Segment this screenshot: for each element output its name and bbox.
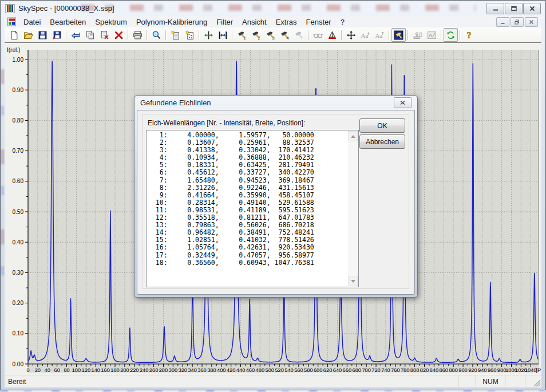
menu-item-fenster[interactable]: Fenster <box>302 17 336 27</box>
svg-text:360: 360 <box>197 367 207 373</box>
toolbar-separator <box>66 30 67 40</box>
open-folder-icon <box>23 30 33 40</box>
glass-reflection-left <box>1 69 5 310</box>
toolbar-separator <box>128 30 129 40</box>
toolbar-button-new-table[interactable] <box>168 28 183 42</box>
toolbar-button-move[interactable] <box>344 28 358 42</box>
calibration-row[interactable]: 6: 0.45612, 0.33727, 340.42270 <box>148 169 347 176</box>
new-table-icon <box>171 30 180 40</box>
svg-text:940: 940 <box>478 367 487 373</box>
toolbar-button-print[interactable] <box>130 28 145 42</box>
toolbar-button-new-table-dots[interactable] <box>183 28 197 42</box>
app-window: SkySpec - [00000038_X.ssp] <box>0 0 546 390</box>
toolbar-button-hammer-4[interactable]: 4 <box>278 28 292 42</box>
calibration-row[interactable]: 16: 1.05764, 0.42631, 920.53430 <box>148 244 347 251</box>
toolbar-separator <box>341 30 342 40</box>
ok-button[interactable]: OK <box>359 118 405 133</box>
window-title: SkySpec - [00000038_X.ssp] <box>18 4 114 13</box>
calibration-row[interactable]: 18: 0.36560, 0.60943, 1047.76381 <box>148 259 347 267</box>
close-button[interactable] <box>523 3 541 14</box>
move-icon <box>346 30 356 40</box>
mdi-restore-button[interactable] <box>511 17 524 27</box>
caption-buttons <box>486 3 541 14</box>
toolbar-button-refresh[interactable] <box>444 28 458 42</box>
svg-text:880: 880 <box>449 367 458 373</box>
svg-text:420: 420 <box>227 367 236 373</box>
toolbar-button-save[interactable] <box>35 28 50 42</box>
toolbar-button-peak-width[interactable] <box>216 28 230 42</box>
svg-text:460: 460 <box>246 367 255 373</box>
svg-text:0.30: 0.30 <box>13 270 24 276</box>
calibration-row[interactable]: 10: 0.28314, 0.49140, 529.61588 <box>148 199 347 207</box>
mdi-restore-icon <box>515 19 520 25</box>
toolbar-button-crosshair[interactable] <box>201 28 216 42</box>
svg-text:960: 960 <box>488 367 497 373</box>
mdi-close-icon <box>529 19 534 25</box>
menu-item-polynom-kalibrierung[interactable]: Polynom-Kalibrierung <box>132 17 212 27</box>
toolbar-separator <box>441 30 442 40</box>
toolbar-separator <box>308 30 309 40</box>
glasses-icon <box>313 30 323 40</box>
status-text-pane: Bereit <box>5 375 458 387</box>
resize-grip[interactable] <box>525 375 541 387</box>
toolbar-button-help[interactable]: ? <box>462 28 477 42</box>
svg-text:700: 700 <box>362 367 371 373</box>
toolbar-button-open-folder[interactable] <box>21 28 35 42</box>
svg-text:1.00: 1.00 <box>13 57 24 63</box>
dialog-close-button[interactable] <box>394 97 412 108</box>
svg-text:480: 480 <box>256 367 265 373</box>
close-icon <box>529 6 536 11</box>
toolbar-button-save-as[interactable] <box>50 28 64 42</box>
menu-item-spektrum[interactable]: Spektrum <box>90 17 132 27</box>
scroll-down-button[interactable] <box>348 276 358 286</box>
toolbar-button-hammer-2[interactable]: 2 <box>249 28 263 42</box>
scale-icon <box>327 30 337 40</box>
calibration-row[interactable]: 7: 1.65480, 0.94523, 369.18467 <box>148 177 347 184</box>
toolbar-button-stamp <box>410 28 425 42</box>
scroll-up-button[interactable] <box>348 131 358 141</box>
menu-item-ansicht[interactable]: Ansicht <box>238 17 271 27</box>
toolbar-button-font-increase: Aa <box>373 28 387 42</box>
font-increase-icon: Aa <box>375 30 385 40</box>
svg-text:220: 220 <box>130 367 139 373</box>
dialog-client: Eich-Wellenlängen [Nr. - Intensität, Bre… <box>137 110 415 295</box>
toolbar-button-paste-delete[interactable] <box>97 28 112 42</box>
svg-text:580: 580 <box>304 367 313 373</box>
toolbar-button-zoom[interactable] <box>149 28 164 42</box>
toolbar-separator <box>199 30 200 40</box>
menu-item-?[interactable]: ? <box>336 17 349 27</box>
hammer-4-icon: 4 <box>280 30 290 40</box>
svg-text:760: 760 <box>391 367 400 373</box>
svg-text:280: 280 <box>159 367 168 373</box>
toolbar-button-new-document[interactable] <box>7 28 21 42</box>
svg-text:0.80: 0.80 <box>13 117 24 124</box>
svg-text:0.70: 0.70 <box>13 148 24 154</box>
menu-item-extras[interactable]: Extras <box>271 17 302 27</box>
menu-item-filter[interactable]: Filter <box>212 17 238 27</box>
toolbar-button-hammer-1[interactable]: 1 <box>235 28 249 42</box>
hammer-2-icon: 2 <box>251 30 261 40</box>
toolbar-button-delete[interactable] <box>112 28 126 42</box>
mdi-close-button[interactable] <box>525 17 538 27</box>
toolbar-button-copy[interactable] <box>83 28 97 42</box>
toolbar-button-back-arrow[interactable] <box>69 28 83 42</box>
calibration-row[interactable]: 17: 0.32449, 0.47057, 956.58977 <box>148 252 347 259</box>
menu-item-bearbeiten[interactable]: Bearbeiten <box>45 17 90 27</box>
svg-text:4: 4 <box>287 35 289 39</box>
svg-text:1040: 1040 <box>525 367 537 373</box>
cancel-button[interactable]: Abbrechen <box>359 134 405 149</box>
calibration-row[interactable]: 9: 0.41664, 0.35990, 458.45107 <box>148 192 347 199</box>
calibration-row[interactable]: 8: 2.31226, 0.92246, 431.15613 <box>148 184 347 192</box>
menu-item-datei[interactable]: Datei <box>19 17 45 27</box>
dialog-title-bar[interactable]: Gefundene Eichlinien <box>134 96 417 110</box>
toolbar-button-hammer-box[interactable] <box>391 28 406 42</box>
mdi-buttons <box>496 17 539 27</box>
minimize-button[interactable] <box>486 3 504 14</box>
listbox-scrollbar[interactable] <box>348 131 358 286</box>
calibration-listbox[interactable]: 1: 4.00000, 1.59577, 50.00000 2: 0.13607… <box>146 130 359 287</box>
maximize-button[interactable] <box>505 3 523 14</box>
toolbar-button-scale[interactable] <box>325 28 339 42</box>
mdi-minimize-button[interactable] <box>496 17 509 27</box>
svg-text:0.90: 0.90 <box>13 87 24 93</box>
toolbar-button-hammer-3[interactable]: 3 <box>263 28 278 42</box>
